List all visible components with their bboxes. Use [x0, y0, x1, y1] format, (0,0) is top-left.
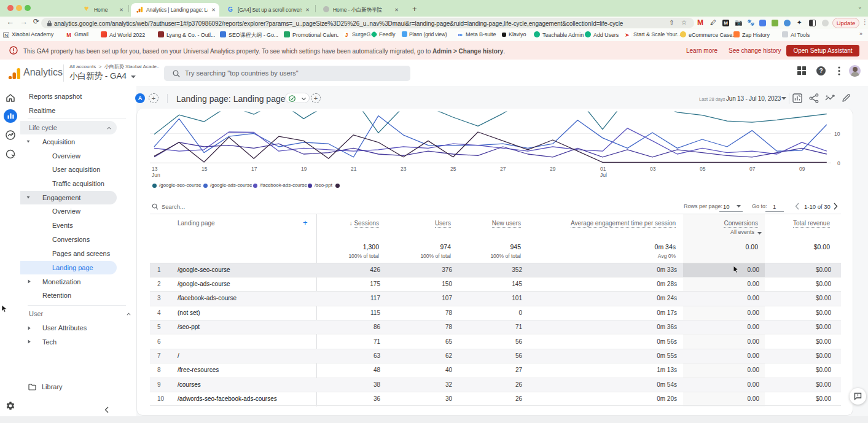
svg-text:27: 27 — [500, 166, 506, 172]
svg-text:21: 21 — [351, 166, 357, 172]
svg-text:09: 09 — [799, 166, 805, 172]
svg-text:01: 01 — [600, 166, 606, 172]
svg-text:13: 13 — [152, 166, 158, 172]
svg-text:Jun: Jun — [152, 172, 160, 178]
svg-text:Jul: Jul — [600, 172, 607, 178]
svg-text:17: 17 — [251, 166, 257, 172]
svg-text:23: 23 — [401, 166, 407, 172]
svg-text:19: 19 — [301, 166, 307, 172]
svg-text:29: 29 — [550, 166, 556, 172]
svg-text:10: 10 — [834, 131, 840, 137]
svg-text:0: 0 — [837, 160, 840, 166]
svg-text:07: 07 — [749, 166, 756, 172]
svg-text:03: 03 — [650, 166, 656, 172]
svg-text:25: 25 — [450, 166, 456, 172]
svg-text:05: 05 — [700, 166, 706, 172]
svg-text:15: 15 — [201, 166, 208, 172]
